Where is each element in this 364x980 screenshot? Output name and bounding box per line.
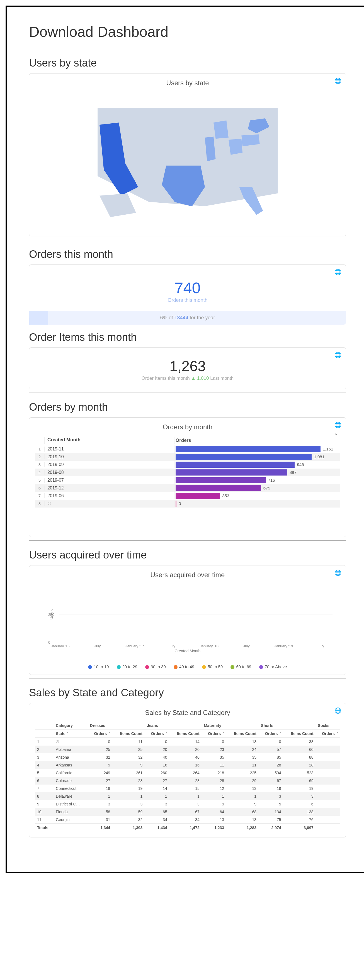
cell-orders: 134 — [259, 808, 283, 816]
cell-state: Delaware — [54, 792, 88, 800]
col-orders[interactable]: Orders — [176, 438, 191, 443]
col-items-count[interactable]: Items Count — [283, 729, 316, 738]
cell-orders: 31 — [88, 816, 112, 824]
cell-items: 60 — [283, 746, 316, 753]
legend-item[interactable]: 10 to 19 — [88, 664, 109, 669]
cell-orders: 3 — [88, 800, 112, 808]
globe-icon[interactable]: 🌐 — [334, 77, 342, 84]
cell-orders: 67 — [259, 777, 283, 784]
table-row[interactable]: 6Colorado2728272828296769 — [35, 777, 340, 784]
table-row[interactable]: 10Florida585965676468134138 — [35, 808, 340, 816]
legend-item[interactable]: 40 to 49 — [174, 664, 194, 669]
section-orders-by-month-title: Orders by month — [29, 401, 346, 413]
chevron-down-icon[interactable]: ⌄ — [334, 430, 338, 436]
table-row[interactable]: 8∅0 — [35, 500, 340, 508]
table-row[interactable]: 72019-06353 — [35, 492, 340, 500]
table-row[interactable]: 2Alabama2525202023245760 — [35, 746, 340, 753]
cell-orders — [316, 753, 340, 761]
col-items-count[interactable]: Items Count — [226, 729, 259, 738]
table-row[interactable]: 3Arizona3232404035358588 — [35, 753, 340, 761]
table-row[interactable]: 11Georgia3132343413137576 — [35, 816, 340, 824]
uat-plot[interactable]: Users 0 250 — [48, 587, 335, 642]
table-row[interactable]: 7Connecticut1919141512131919 — [35, 784, 340, 792]
category-dresses[interactable]: Dresses — [88, 722, 145, 730]
sales-scroll[interactable]: CategoryDressesJeansMaternityShortsSocks… — [35, 722, 340, 832]
cell-month: ∅ — [44, 501, 174, 506]
sort-desc-icon[interactable]: ˅ — [109, 732, 110, 736]
cell-items: 32 — [112, 816, 145, 824]
col-orders[interactable]: Orders ˅ — [88, 729, 112, 738]
legend-item[interactable]: 60 to 69 — [230, 664, 251, 669]
cell-orders: 946 — [174, 461, 340, 468]
orders-month-progress: 6% of 13444 for the year — [29, 311, 346, 325]
globe-icon[interactable]: 🌐 — [334, 352, 342, 358]
col-orders[interactable]: Orders ˅ — [316, 729, 340, 738]
sort-desc-icon[interactable]: ˅ — [279, 732, 281, 736]
cell-orders: 1 — [202, 792, 226, 800]
sort-asc-icon[interactable]: ˄ — [67, 732, 69, 736]
state-ohio[interactable] — [228, 138, 243, 155]
uat-bars[interactable] — [59, 587, 332, 642]
cell-orders: 0 — [88, 738, 112, 746]
card-users-by-state: 🌐 Users by state — [29, 73, 346, 236]
cell-orders: 5 — [259, 800, 283, 808]
cell-orders — [316, 800, 340, 808]
category-shorts[interactable]: Shorts — [259, 722, 316, 730]
table-row[interactable]: 52019-07716 — [35, 476, 340, 484]
cell-month: 2019-06 — [44, 493, 174, 498]
legend-item[interactable]: 50 to 59 — [202, 664, 223, 669]
table-row[interactable]: 32019-09946 — [35, 461, 340, 469]
table-row[interactable]: 42019-08887 — [35, 469, 340, 476]
cell-orders: 218 — [202, 769, 226, 777]
total-items: 1,393 — [112, 824, 145, 832]
cell-orders — [316, 777, 340, 784]
col-state[interactable]: State ˄ — [54, 729, 88, 738]
x-tick: July — [318, 644, 324, 648]
globe-icon[interactable]: 🌐 — [334, 570, 342, 576]
sort-desc-icon[interactable]: ˅ — [337, 732, 338, 736]
table-row[interactable]: 8Delaware11111133 — [35, 792, 340, 800]
state-michigan[interactable] — [214, 121, 228, 139]
category-maternity[interactable]: Maternity — [202, 722, 259, 730]
col-items-count[interactable]: Items Count — [169, 729, 202, 738]
cell-orders: 23 — [202, 746, 226, 753]
col-orders[interactable]: Orders ˅ — [202, 729, 226, 738]
table-row[interactable]: 22019-101,081 — [35, 453, 340, 461]
cell-orders: 353 — [174, 492, 340, 500]
cell-month: 2019-07 — [44, 478, 174, 483]
legend-item[interactable]: 30 to 39 — [145, 664, 166, 669]
table-row[interactable]: 1∅011014018038 — [35, 738, 340, 746]
col-month[interactable]: Created Month — [44, 437, 174, 444]
cell-orders: 11 — [202, 761, 226, 769]
legend-item[interactable]: 70 or Above — [259, 664, 287, 669]
us-map-svg[interactable] — [85, 95, 291, 222]
col-orders[interactable]: Orders ˅ — [259, 729, 283, 738]
cell-state: Arkansas — [54, 761, 88, 769]
cell-orders: 58 — [88, 808, 112, 816]
sort-desc-icon[interactable]: ˅ — [222, 732, 224, 736]
cell-items: 13 — [226, 816, 259, 824]
cell-month: 2019-08 — [44, 470, 174, 475]
x-axis-label: Created Month — [37, 649, 338, 653]
table-row[interactable]: 9District of C…33339956 — [35, 800, 340, 808]
cell-orders: 0 — [202, 738, 226, 746]
card-title: Orders by month — [35, 423, 340, 431]
totals-label: Totals — [35, 824, 54, 832]
col-items-count[interactable]: Items Count — [112, 729, 145, 738]
table-row[interactable]: 62019-12679 — [35, 484, 340, 492]
legend-item[interactable]: 20 to 29 — [117, 664, 137, 669]
globe-icon[interactable]: 🌐 — [334, 707, 342, 714]
divider — [29, 393, 346, 393]
cell-orders: 9 — [202, 800, 226, 808]
table-row[interactable]: 5California249261260264218225504523 — [35, 769, 340, 777]
table-row[interactable]: 12019-111,151 — [35, 445, 340, 453]
us-map[interactable] — [35, 92, 340, 231]
sort-desc-icon[interactable]: ˅ — [166, 732, 167, 736]
globe-icon[interactable]: 🌐 — [334, 422, 342, 428]
table-row[interactable]: 4Arkansas99161611112828 — [35, 761, 340, 769]
category-jeans[interactable]: Jeans — [145, 722, 201, 730]
globe-icon[interactable]: 🌐 — [334, 269, 342, 275]
category-socks[interactable]: Socks — [316, 722, 340, 730]
col-orders[interactable]: Orders ˅ — [145, 729, 169, 738]
row-index: 7 — [35, 493, 44, 498]
